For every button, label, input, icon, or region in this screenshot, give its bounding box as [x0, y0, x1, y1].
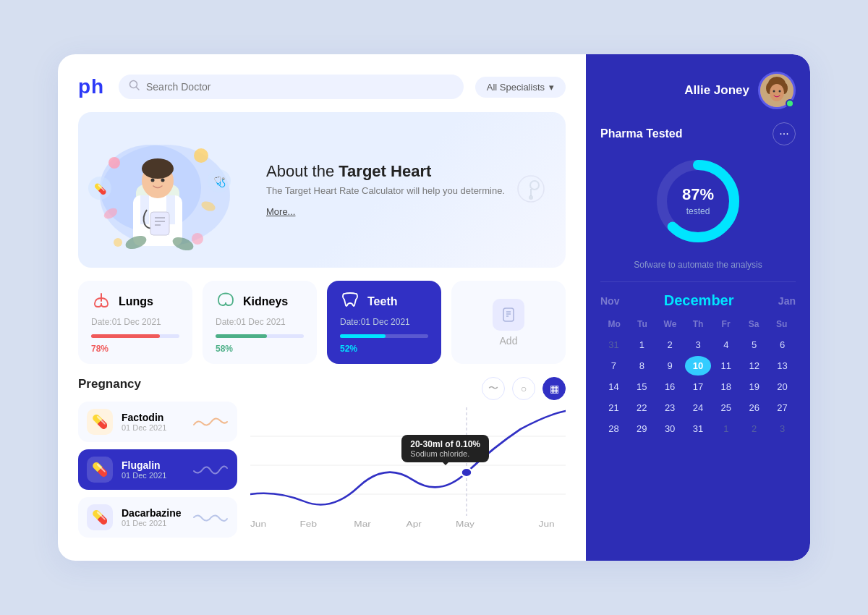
calendar-day[interactable]: 14 [600, 377, 627, 396]
pharma-section: Pharma Tested ··· 87% tested Sofware to … [600, 122, 796, 281]
calendar-day[interactable]: 13 [769, 356, 796, 376]
right-panel: Allie Joney [586, 54, 810, 561]
calendar-day[interactable]: 3 [685, 335, 712, 355]
user-avatar-wrap [758, 72, 796, 109]
calendar-day[interactable]: 21 [600, 398, 627, 417]
pharma-title: Pharma Tested [600, 127, 683, 140]
svg-rect-12 [150, 212, 169, 235]
pharma-percent: 87% [682, 185, 714, 204]
calendar-day[interactable]: 2 [657, 335, 684, 355]
teeth-progress-fill [340, 334, 386, 338]
calendar-day[interactable]: 25 [712, 398, 739, 417]
svg-point-9 [142, 158, 174, 179]
lungs-icon [91, 291, 111, 313]
weekday-we: We [656, 316, 684, 332]
category-card-teeth[interactable]: Teeth Date:01 Dec 2021 52% [327, 281, 441, 364]
avatar-online-indicator [786, 99, 794, 108]
add-icon-wrap [493, 299, 524, 331]
calendar-day[interactable]: 28 [600, 419, 627, 438]
med-item-dacarbazine[interactable]: 💊 Dacarbazine 01 Dec 2021 [78, 497, 237, 538]
calendar-day[interactable]: 2 [741, 419, 767, 438]
search-input[interactable] [146, 81, 454, 93]
hero-description: The Target Heart Rate Calculator will he… [266, 185, 545, 196]
svg-point-31 [529, 195, 533, 200]
factodin-date: 01 Dec 2021 [122, 423, 184, 432]
specialist-dropdown[interactable]: All Specialists ▾ [475, 77, 566, 98]
line-chart-svg: Jun Feb Mar Apr May Jun [250, 407, 566, 530]
logo: ph [78, 75, 107, 98]
calendar-day[interactable]: 19 [741, 377, 767, 396]
svg-point-52 [773, 90, 775, 93]
med-item-flugalin[interactable]: 💊 Flugalin 01 Dec 2021 [78, 449, 237, 490]
chart-circle-btn[interactable]: ○ [512, 377, 535, 400]
calendar-day[interactable]: 31 [600, 335, 627, 355]
calendar-day[interactable]: 1 [629, 335, 655, 355]
calendar-next-month[interactable]: Jan [778, 295, 796, 307]
chart-wave-btn[interactable]: 〜 [482, 377, 505, 400]
factodin-icon: 💊 [87, 409, 113, 435]
dacarbazine-name: Dacarbazine [122, 507, 184, 519]
calendar-day[interactable]: 12 [741, 356, 767, 376]
pregnancy-title: Pregnancy [78, 377, 237, 391]
calendar-day[interactable]: 29 [629, 419, 655, 438]
calendar-prev-month[interactable]: Nov [600, 295, 619, 307]
calendar-day[interactable]: 24 [685, 398, 712, 417]
factodin-name: Factodin [122, 412, 184, 423]
calendar-day[interactable]: 8 [629, 356, 655, 376]
calendar-day[interactable]: 15 [629, 377, 655, 396]
calendar-day[interactable]: 4 [712, 335, 739, 355]
calendar-day[interactable]: 26 [741, 398, 767, 417]
search-bar [119, 75, 464, 99]
chart-controls: 〜 ○ ▦ [250, 377, 566, 400]
main-card: ph All Specialists ▾ [58, 54, 810, 561]
svg-point-51 [770, 84, 784, 101]
category-card-kidneys[interactable]: Kidneys Date:01 Dec 2021 58% [203, 281, 317, 364]
calendar-day[interactable]: 9 [657, 356, 684, 376]
calendar-day[interactable]: 1 [712, 419, 739, 438]
calendar-day[interactable]: 20 [769, 377, 796, 396]
dacarbazine-icon: 💊 [87, 504, 113, 530]
calendar-day[interactable]: 27 [769, 398, 796, 417]
calendar-day[interactable]: 10 [685, 356, 712, 376]
weekday-tu: Tu [629, 316, 657, 332]
calendar-day[interactable]: 22 [629, 398, 655, 417]
weekday-th: Th [684, 316, 712, 332]
pharma-header: Pharma Tested ··· [600, 122, 796, 145]
hero-more-link[interactable]: More... [266, 206, 295, 217]
add-category-card[interactable]: Add [451, 281, 566, 364]
calendar-day[interactable]: 18 [712, 377, 739, 396]
chart-bar-btn[interactable]: ▦ [542, 377, 566, 400]
med-item-factodin[interactable]: 💊 Factodin 01 Dec 2021 [78, 402, 237, 442]
svg-text:💊: 💊 [94, 183, 107, 195]
svg-text:Feb: Feb [300, 519, 318, 528]
left-panel: ph All Specialists ▾ [58, 54, 586, 561]
calendar-weekdays: Mo Tu We Th Fr Sa Su [600, 316, 796, 332]
teeth-progress-label: 52% [340, 344, 428, 354]
calendar-day[interactable]: 3 [769, 419, 796, 438]
calendar-day[interactable]: 6 [769, 335, 796, 355]
stethoscope-icon [516, 174, 545, 206]
teeth-progress-bg [340, 334, 428, 338]
calendar-day[interactable]: 5 [741, 335, 767, 355]
separator [600, 281, 796, 282]
svg-point-11 [161, 179, 165, 182]
lungs-progress-bg [91, 334, 179, 338]
category-card-lungs[interactable]: Lungs Date:01 Dec 2021 78% [78, 281, 192, 364]
calendar-day[interactable]: 30 [657, 419, 684, 438]
calendar-day[interactable]: 7 [600, 356, 627, 376]
lungs-progress-fill [91, 334, 160, 338]
pharma-more-button[interactable]: ··· [773, 122, 796, 145]
calendar-day[interactable]: 23 [657, 398, 684, 417]
hero-banner: 💊 🩺 About the Target Heart The Target He… [78, 112, 566, 268]
donut-chart: 87% tested [651, 154, 745, 248]
svg-point-56 [694, 161, 702, 169]
lungs-date: Date:01 Dec 2021 [91, 317, 179, 327]
svg-point-17 [194, 148, 208, 163]
calendar-day[interactable]: 16 [657, 377, 684, 396]
calendar-day[interactable]: 31 [685, 419, 712, 438]
weekday-sa: Sa [740, 316, 768, 332]
calendar-day[interactable]: 11 [712, 356, 739, 376]
svg-text:Jun: Jun [539, 519, 555, 528]
calendar-day[interactable]: 17 [685, 377, 712, 396]
svg-text:🩺: 🩺 [213, 176, 226, 188]
